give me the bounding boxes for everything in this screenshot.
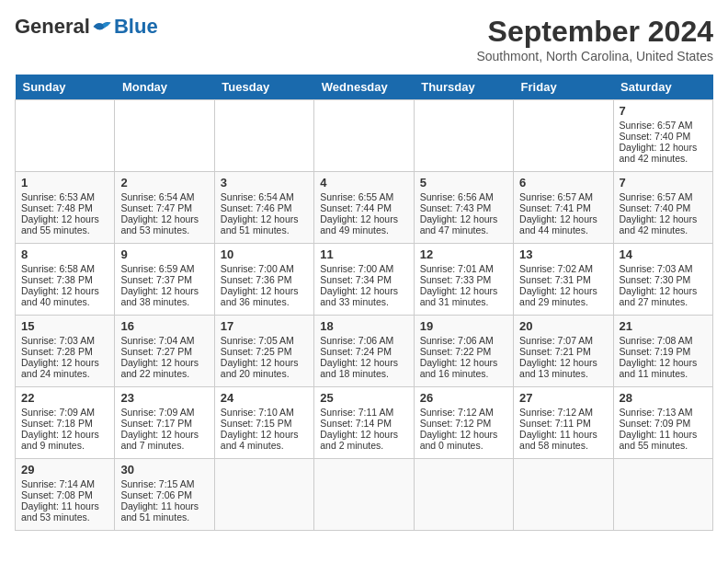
daylight-text: Daylight: 12 hours and 51 minutes. (221, 213, 308, 236)
calendar-cell: 9Sunrise: 6:59 AMSunset: 7:37 PMDaylight… (115, 244, 214, 316)
day-number: 15 (21, 319, 108, 333)
daylight-text: Daylight: 11 hours and 58 minutes. (519, 429, 607, 451)
sunrise-text: Sunrise: 7:09 AM (21, 407, 108, 418)
day-number: 19 (420, 319, 507, 333)
month-title: September 2024 (476, 15, 713, 49)
sunset-text: Sunset: 7:25 PM (221, 346, 308, 357)
logo-general-text: General (15, 15, 90, 39)
calendar-cell (16, 100, 115, 172)
sunrise-text: Sunrise: 7:04 AM (120, 335, 208, 346)
sunset-text: Sunset: 7:40 PM (620, 131, 707, 142)
daylight-text: Daylight: 12 hours and 44 minutes. (519, 213, 607, 236)
sunrise-text: Sunrise: 7:06 AM (320, 335, 407, 346)
calendar-cell (115, 100, 214, 172)
day-number: 29 (21, 463, 108, 477)
sunrise-text: Sunrise: 7:03 AM (620, 263, 707, 274)
calendar-cell (314, 459, 414, 531)
calendar-cell: 28Sunrise: 7:13 AMSunset: 7:09 PMDayligh… (613, 387, 712, 459)
daylight-text: Daylight: 12 hours and 53 minutes. (120, 213, 208, 236)
sunrise-text: Sunrise: 6:56 AM (420, 191, 507, 202)
calendar-week-row: 1Sunrise: 6:53 AMSunset: 7:48 PMDaylight… (16, 172, 713, 244)
calendar-cell: 20Sunrise: 7:07 AMSunset: 7:21 PMDayligh… (514, 316, 613, 387)
sunrise-text: Sunrise: 7:13 AM (620, 407, 707, 418)
sunset-text: Sunset: 7:09 PM (620, 418, 707, 429)
sunrise-text: Sunrise: 7:00 AM (320, 263, 407, 274)
sunset-text: Sunset: 7:21 PM (519, 346, 607, 357)
page-header: General Blue September 2024 Southmont, N… (15, 15, 713, 63)
sunrise-text: Sunrise: 6:57 AM (620, 191, 707, 202)
day-number: 6 (519, 176, 607, 190)
daylight-text: Daylight: 12 hours and 33 minutes. (320, 285, 407, 307)
sunset-text: Sunset: 7:08 PM (21, 489, 108, 500)
sunrise-text: Sunrise: 7:12 AM (420, 407, 507, 418)
calendar-cell: 4Sunrise: 6:55 AMSunset: 7:44 PMDaylight… (314, 172, 414, 244)
sunset-text: Sunset: 7:30 PM (620, 274, 707, 285)
day-number: 22 (21, 391, 108, 405)
calendar-header-row: SundayMondayTuesdayWednesdayThursdayFrid… (16, 75, 713, 100)
daylight-text: Daylight: 12 hours and 24 minutes. (21, 357, 108, 379)
col-header-saturday: Saturday (613, 75, 712, 100)
calendar-cell (514, 459, 613, 531)
daylight-text: Daylight: 12 hours and 38 minutes. (120, 285, 208, 307)
day-number: 16 (120, 319, 208, 333)
sunrise-text: Sunrise: 6:57 AM (620, 120, 707, 131)
sunset-text: Sunset: 7:48 PM (21, 202, 108, 213)
calendar-cell (314, 100, 414, 172)
day-number: 27 (519, 391, 607, 405)
sunrise-text: Sunrise: 7:12 AM (519, 407, 607, 418)
daylight-text: Daylight: 12 hours and 47 minutes. (420, 213, 507, 236)
sunset-text: Sunset: 7:37 PM (120, 274, 208, 285)
sunrise-text: Sunrise: 7:09 AM (120, 407, 208, 418)
col-header-sunday: Sunday (16, 75, 115, 100)
calendar-cell: 26Sunrise: 7:12 AMSunset: 7:12 PMDayligh… (414, 387, 513, 459)
calendar-cell: 18Sunrise: 7:06 AMSunset: 7:24 PMDayligh… (314, 316, 414, 387)
day-number: 30 (120, 463, 208, 477)
sunset-text: Sunset: 7:31 PM (519, 274, 607, 285)
sunrise-text: Sunrise: 7:11 AM (320, 407, 407, 418)
sunrise-text: Sunrise: 7:07 AM (519, 335, 607, 346)
day-number: 26 (420, 391, 507, 405)
calendar-cell: 3Sunrise: 6:54 AMSunset: 7:46 PMDaylight… (214, 172, 313, 244)
daylight-text: Daylight: 12 hours and 16 minutes. (420, 357, 507, 379)
daylight-text: Daylight: 12 hours and 4 minutes. (221, 429, 308, 451)
sunrise-text: Sunrise: 6:53 AM (21, 191, 108, 202)
day-number: 18 (320, 319, 407, 333)
sunset-text: Sunset: 7:19 PM (620, 346, 707, 357)
day-number: 14 (620, 247, 707, 261)
calendar-cell: 21Sunrise: 7:08 AMSunset: 7:19 PMDayligh… (613, 316, 712, 387)
sunset-text: Sunset: 7:24 PM (320, 346, 407, 357)
calendar-cell (214, 100, 313, 172)
sunset-text: Sunset: 7:43 PM (420, 202, 507, 213)
sunrise-text: Sunrise: 7:00 AM (221, 263, 308, 274)
daylight-text: Daylight: 12 hours and 11 minutes. (620, 357, 707, 379)
day-number: 5 (420, 176, 507, 190)
sunset-text: Sunset: 7:33 PM (420, 274, 507, 285)
calendar-cell: 10Sunrise: 7:00 AMSunset: 7:36 PMDayligh… (214, 244, 313, 316)
calendar-cell (214, 459, 313, 531)
sunset-text: Sunset: 7:18 PM (21, 418, 108, 429)
sunrise-text: Sunrise: 7:15 AM (120, 478, 208, 489)
calendar-week-row: 22Sunrise: 7:09 AMSunset: 7:18 PMDayligh… (16, 387, 713, 459)
col-header-friday: Friday (514, 75, 613, 100)
calendar-cell: 7Sunrise: 6:57 AMSunset: 7:40 PMDaylight… (613, 172, 712, 244)
sunset-text: Sunset: 7:36 PM (221, 274, 308, 285)
sunrise-text: Sunrise: 6:55 AM (320, 191, 407, 202)
calendar-table: SundayMondayTuesdayWednesdayThursdayFrid… (15, 75, 713, 531)
sunrise-text: Sunrise: 7:14 AM (21, 478, 108, 489)
sunrise-text: Sunrise: 6:58 AM (21, 263, 108, 274)
daylight-text: Daylight: 12 hours and 55 minutes. (21, 213, 108, 236)
calendar-cell (514, 100, 613, 172)
calendar-cell: 24Sunrise: 7:10 AMSunset: 7:15 PMDayligh… (214, 387, 313, 459)
day-number: 7 (620, 176, 707, 190)
sunset-text: Sunset: 7:46 PM (221, 202, 308, 213)
daylight-text: Daylight: 12 hours and 31 minutes. (420, 285, 507, 307)
day-number: 12 (420, 247, 507, 261)
calendar-cell: 30Sunrise: 7:15 AMSunset: 7:06 PMDayligh… (115, 459, 214, 531)
calendar-week-row: 7Sunrise: 6:57 AMSunset: 7:40 PMDaylight… (16, 100, 713, 172)
sunrise-text: Sunrise: 7:01 AM (420, 263, 507, 274)
sunrise-text: Sunrise: 7:06 AM (420, 335, 507, 346)
calendar-cell: 8Sunrise: 6:58 AMSunset: 7:38 PMDaylight… (16, 244, 115, 316)
calendar-cell: 25Sunrise: 7:11 AMSunset: 7:14 PMDayligh… (314, 387, 414, 459)
day-number: 7 (620, 104, 707, 118)
calendar-cell: 22Sunrise: 7:09 AMSunset: 7:18 PMDayligh… (16, 387, 115, 459)
